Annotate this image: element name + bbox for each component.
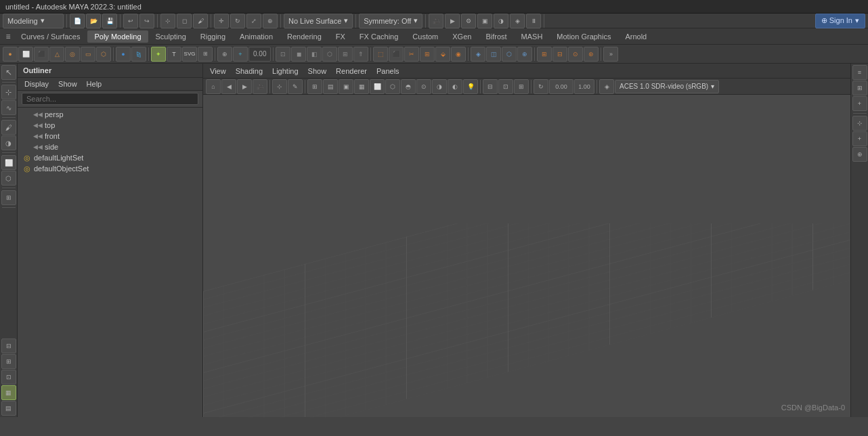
layout5-btn[interactable]: ▤	[1, 401, 16, 416]
tab-bifrost[interactable]: Bifrost	[479, 30, 513, 43]
grid-toggle-btn[interactable]: ⊞	[1, 190, 16, 205]
components-btn[interactable]: ⬡	[322, 47, 337, 62]
viewport-canvas[interactable]: CSDN @BigData-0	[203, 95, 850, 417]
tree-item-side[interactable]: ◀◀ side	[28, 141, 202, 152]
tab-menu-icon[interactable]: ≡	[3, 31, 14, 42]
right-tool3[interactable]: +	[852, 96, 867, 111]
render2-btn[interactable]: ▣	[477, 14, 492, 28]
tab-arnold[interactable]: Arnold	[618, 30, 653, 43]
vp-camera-btn[interactable]: 🎥	[253, 79, 267, 94]
vp-next-btn[interactable]: ▶	[237, 79, 252, 94]
tab-rendering[interactable]: Rendering	[280, 30, 328, 43]
normals-btn[interactable]: ⇑	[353, 47, 368, 62]
vp-light-btn[interactable]: 💡	[463, 79, 478, 94]
vp-isolate-btn[interactable]: ⊟	[483, 79, 498, 94]
vp-shade-btn[interactable]: ▦	[354, 79, 369, 94]
tree-item-persp[interactable]: ◀◀ persp	[28, 109, 202, 120]
disc-btn[interactable]: ⬡	[96, 47, 111, 62]
uvs-btn[interactable]: ⊞	[338, 47, 353, 62]
workspace-dropdown[interactable]: Modeling ▾	[3, 14, 64, 28]
right-tool1[interactable]: ≡	[852, 65, 867, 80]
viewport-view-menu[interactable]: View	[206, 66, 230, 77]
multi-cut-btn[interactable]: ✂	[404, 47, 419, 62]
magnet-btn[interactable]: ⊕	[217, 47, 232, 62]
wireframe-btn[interactable]: ⊡	[276, 47, 290, 62]
extrude-btn[interactable]: ⬚	[373, 47, 388, 62]
vp-bounding-btn[interactable]: ⬡	[385, 79, 400, 94]
tree-item-top[interactable]: ◀◀ top	[28, 120, 202, 131]
smooth-shade-btn[interactable]: ◼	[291, 47, 306, 62]
outliner-search-input[interactable]	[22, 93, 198, 105]
conform-btn[interactable]: ⊙	[568, 47, 583, 62]
torus-btn[interactable]: ◎	[65, 47, 80, 62]
symmetry-dropdown[interactable]: Symmetry: Off ▾	[359, 14, 422, 28]
tab-curves-surfaces[interactable]: Curves / Surfaces	[14, 30, 87, 43]
scale-tool-btn[interactable]: ⤢	[246, 14, 261, 28]
render-settings-btn[interactable]: ⚙	[461, 14, 476, 28]
universal-manip-btn[interactable]: ⊕	[263, 14, 278, 28]
vp-shade-wire-btn[interactable]: ▣	[339, 79, 353, 94]
tab-rigging[interactable]: Rigging	[194, 30, 232, 43]
right-tool6[interactable]: ⊕	[852, 147, 867, 162]
cylinder-btn[interactable]: ⬛	[34, 47, 49, 62]
layout4-btn[interactable]: ▦	[1, 385, 16, 400]
save-file-btn[interactable]: 💾	[102, 14, 117, 28]
vp-grid-view-btn[interactable]: ⊞	[307, 79, 322, 94]
right-tool4[interactable]: ⊹	[852, 116, 867, 131]
layout2-btn[interactable]: ⊞	[1, 354, 16, 369]
color-profile-icon[interactable]: ◈	[599, 79, 614, 94]
right-tool5[interactable]: +	[852, 131, 867, 146]
sign-in-btn[interactable]: ⊕ Sign In ▾	[815, 14, 865, 28]
tab-mash[interactable]: MASH	[515, 30, 550, 43]
bevel-btn[interactable]: ◫	[486, 47, 501, 62]
select-tool-btn[interactable]: ⊹	[160, 14, 175, 28]
open-file-btn[interactable]: 📂	[86, 14, 101, 28]
sphere-btn[interactable]: ●	[3, 47, 18, 62]
tab-animation[interactable]: Animation	[233, 30, 280, 43]
tab-sculpting[interactable]: Sculpting	[149, 30, 193, 43]
color-profile-dropdown[interactable]: ACES 1.0 SDR-video (sRGB) ▾	[615, 80, 719, 93]
vp-ao-btn[interactable]: ◑	[432, 79, 447, 94]
vp-sel-mask-btn[interactable]: ⊹	[272, 79, 287, 94]
tab-poly-modeling[interactable]: Poly Modeling	[87, 30, 148, 43]
sculpt-btn[interactable]: ◑	[1, 135, 16, 150]
nsphere-btn[interactable]: ●	[116, 47, 131, 62]
tab-fx-caching[interactable]: FX Caching	[353, 30, 405, 43]
vp-xray-btn[interactable]: ◓	[401, 79, 416, 94]
vp-one-field[interactable]: 1.00	[574, 79, 594, 94]
combine-btn[interactable]: ⊞	[537, 47, 552, 62]
tree-item-default-light-set[interactable]: ◎ defaultLightSet	[18, 152, 202, 163]
cube-btn[interactable]: ⬜	[18, 47, 33, 62]
tab-motion-graphics[interactable]: Motion Graphics	[550, 30, 617, 43]
redo-btn[interactable]: ↪	[139, 14, 154, 28]
plane-btn[interactable]: ▭	[81, 47, 95, 62]
fill-hole-btn[interactable]: ⬙	[435, 47, 450, 62]
pause-btn[interactable]: ⏸	[526, 14, 541, 28]
tab-xgen[interactable]: XGen	[446, 30, 478, 43]
viewport-show-menu[interactable]: Show	[304, 66, 331, 77]
poly-text-btn[interactable]: T	[167, 47, 181, 62]
vp-sel-hilight-btn[interactable]: ✎	[288, 79, 303, 94]
shape-btn[interactable]: ⬡	[1, 171, 16, 186]
svg-import-btn[interactable]: SVG	[182, 47, 197, 62]
vp-refresh-btn[interactable]: ↻	[534, 79, 548, 94]
vp-home-btn[interactable]: ⌂	[206, 79, 221, 94]
outliner-display-menu[interactable]: Display	[20, 79, 53, 89]
viewport-panels-menu[interactable]: Panels	[372, 66, 404, 77]
ipr-btn[interactable]: ◑	[494, 14, 508, 28]
tree-item-front[interactable]: ◀◀ front	[28, 131, 202, 141]
mirror-btn[interactable]: ⧎	[131, 47, 146, 62]
sep-mesh-btn[interactable]: ⊟	[552, 47, 567, 62]
paint-btn[interactable]: 🖌	[1, 120, 16, 135]
cone-btn[interactable]: △	[49, 47, 64, 62]
lasso-tool-btn[interactable]: ◻	[177, 14, 192, 28]
viewport-lighting-menu[interactable]: Lighting	[268, 66, 303, 77]
tab-fx[interactable]: FX	[329, 30, 352, 43]
tree-item-default-object-set[interactable]: ◎ defaultObjectSet	[18, 163, 202, 174]
lasso-btn[interactable]: ∿	[1, 100, 16, 115]
vp-zero-field[interactable]: 0.00	[549, 79, 573, 94]
right-tool2[interactable]: ⊞	[852, 81, 867, 95]
type3d-btn[interactable]: ⊞	[198, 47, 213, 62]
layout1-btn[interactable]: ⊟	[1, 339, 16, 353]
vp-wire-btn[interactable]: ▤	[323, 79, 338, 94]
